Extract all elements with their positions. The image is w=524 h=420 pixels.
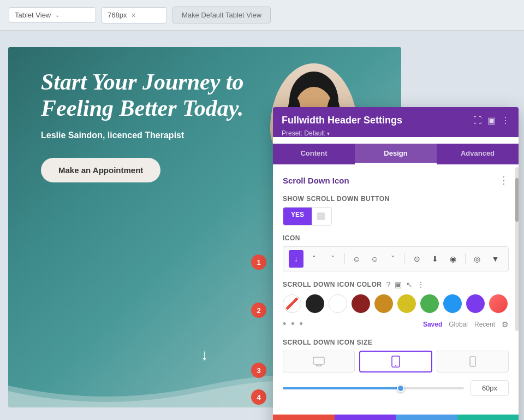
icon-divider-1 [344, 253, 345, 264]
color-blue[interactable] [443, 294, 462, 313]
panel-header-icons: ⛶ ▣ ⋮ [473, 115, 510, 126]
show-scroll-label: Show Scroll Down Button [283, 195, 509, 203]
panel-tabs: Content Design Advanced [273, 144, 519, 164]
appointment-button[interactable]: Make an Appointment [41, 158, 160, 182]
redo-button[interactable]: ↻ [396, 415, 457, 420]
icon-btn-chevron-3[interactable]: ˅ [385, 250, 400, 268]
view-selector[interactable]: Tablet View ⌄ [9, 7, 96, 23]
step-2-badge: 2 [251, 303, 266, 318]
show-scroll-setting: Show Scroll Down Button YES [283, 195, 509, 226]
icon-btn-chevron-1[interactable]: ˅ [307, 250, 321, 268]
slider-thumb[interactable] [397, 384, 404, 392]
color-swatches [283, 294, 509, 313]
panel-header-top: Fullwidth Header Settings ⛶ ▣ ⋮ [282, 115, 510, 126]
color-tab-global[interactable]: Global [449, 321, 468, 328]
scroll-arrow: ↓ [201, 346, 209, 364]
view-label: Tablet View [15, 11, 51, 19]
icon-btn-circle-1[interactable]: ⊙ [409, 250, 424, 268]
layout-icon[interactable]: ▣ [487, 115, 496, 126]
step-3-badge: 3 [251, 363, 266, 378]
step-4-badge: 4 [251, 389, 266, 405]
svg-rect-8 [313, 357, 324, 364]
panel-scrollbar-thumb [515, 178, 519, 222]
chevron-icon: ⌄ [55, 12, 59, 18]
color-black[interactable] [306, 294, 324, 313]
hero-content: Start Your Journey to Feeling Better Tod… [41, 69, 292, 182]
color-question-icon[interactable]: ? [386, 280, 390, 289]
size-device-row [283, 351, 509, 372]
icon-btn-circle-3[interactable]: ◎ [470, 250, 485, 268]
icon-btn-smile-2[interactable]: ☺ [367, 250, 382, 268]
undo-button[interactable]: ↺ [335, 415, 396, 420]
save-button[interactable]: ✓ [457, 415, 519, 420]
svg-point-13 [395, 365, 396, 366]
make-default-btn[interactable]: Make Default Tablet View [172, 7, 271, 23]
color-dots: • • • [283, 318, 304, 330]
color-yellow[interactable] [397, 294, 416, 313]
canvas-area: Start Your Journey to Feeling Better Tod… [0, 31, 524, 420]
hero-title: Start Your Journey to Feeling Better Tod… [41, 69, 292, 122]
icon-label: Icon [283, 234, 509, 242]
tab-design[interactable]: Design [355, 144, 437, 164]
device-tablet-btn[interactable] [359, 351, 432, 372]
color-more-icon[interactable]: ⋮ [417, 280, 425, 289]
color-setting: Scroll Down Icon Color ? ▣ ↖ ⋮ [283, 280, 509, 330]
color-tab-recent[interactable]: Recent [474, 321, 495, 328]
slider-row: 60px [283, 380, 509, 396]
slider-value[interactable]: 60px [471, 380, 509, 396]
section-more-icon[interactable]: ⋮ [499, 174, 509, 186]
color-cursor-icon[interactable]: ↖ [406, 280, 413, 289]
icon-divider-3 [465, 253, 466, 264]
panel-header: Fullwidth Header Settings ⛶ ▣ ⋮ Preset: … [273, 107, 519, 137]
gear-icon[interactable]: ⚙ [502, 320, 509, 329]
color-tabs-row: • • • Saved Global Recent ⚙ [283, 318, 509, 330]
color-tab-saved[interactable]: Saved [423, 321, 442, 328]
fullscreen-icon[interactable]: ⛶ [473, 116, 482, 126]
color-transparent[interactable] [283, 294, 301, 313]
width-value: 768px [108, 11, 127, 19]
close-icon[interactable]: × [131, 11, 135, 20]
width-input[interactable]: 768px × [102, 7, 167, 23]
svg-point-15 [472, 365, 473, 366]
color-green[interactable] [420, 294, 439, 313]
icon-btn-smile-1[interactable]: ☺ [349, 250, 364, 268]
device-desktop-btn[interactable] [283, 351, 355, 372]
icon-btn-arrow-down[interactable]: ↓ [289, 250, 303, 268]
slider-handle [317, 212, 325, 220]
tab-advanced[interactable]: Advanced [437, 144, 519, 164]
icon-divider-2 [404, 253, 405, 264]
panel-body: Scroll Down Icon ⋮ Show Scroll Down Butt… [273, 164, 519, 415]
panel-scrollbar[interactable] [515, 167, 519, 331]
icon-btn-chevron-2[interactable]: ˅ [325, 250, 340, 268]
toggle-group[interactable]: YES [283, 207, 332, 226]
icon-btn-download[interactable]: ⬇ [427, 250, 442, 268]
icon-btn-play[interactable]: ▼ [488, 250, 503, 268]
slider-track[interactable] [283, 387, 464, 389]
color-red-dark[interactable] [352, 294, 370, 313]
icon-selector: ↓ ˅ ˅ ☺ ☺ ˅ ⊙ ⬇ ◉ ◎ ▼ [283, 246, 509, 271]
icon-setting: Icon ↓ ˅ ˅ ☺ ☺ ˅ ⊙ ⬇ ◉ ◎ ▼ [283, 234, 509, 271]
color-section-header: Scroll Down Icon Color ? ▣ ↖ ⋮ [283, 280, 509, 289]
color-white[interactable] [329, 294, 347, 313]
hero-subtitle: Leslie Saindon, licenced Therapist [41, 131, 292, 140]
section-title: Scroll Down Icon [283, 176, 349, 185]
section-header: Scroll Down Icon ⋮ [283, 174, 509, 186]
cancel-button[interactable]: ✕ [273, 415, 335, 420]
color-mobile-icon[interactable]: ▣ [395, 280, 402, 289]
color-orange[interactable] [374, 294, 393, 313]
color-custom[interactable] [489, 294, 508, 313]
size-setting: Scroll Down Icon Size [283, 339, 509, 396]
step-1-badge: 1 [251, 255, 266, 270]
color-label: Scroll Down Icon Color [283, 281, 382, 288]
tab-content[interactable]: Content [273, 144, 355, 164]
toggle-slider[interactable] [312, 208, 329, 225]
icon-btn-circle-2[interactable]: ◉ [445, 250, 460, 268]
preset-arrow: ▾ [327, 131, 330, 137]
color-purple[interactable] [466, 294, 485, 313]
toggle-yes[interactable]: YES [283, 208, 312, 225]
panel-preset[interactable]: Preset: Default ▾ [282, 129, 510, 137]
slider-fill [283, 387, 401, 389]
device-mobile-btn[interactable] [437, 351, 509, 372]
panel-more-icon[interactable]: ⋮ [501, 115, 510, 126]
size-label: Scroll Down Icon Size [283, 339, 509, 346]
